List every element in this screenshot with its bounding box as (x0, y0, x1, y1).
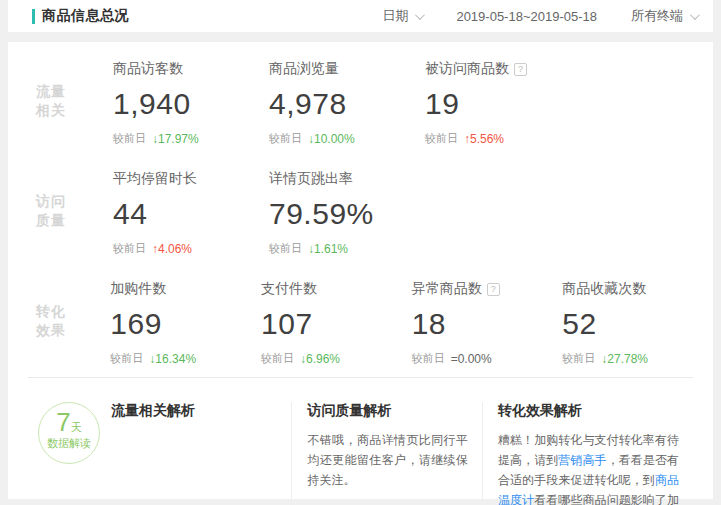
compare-label: 较前日 (113, 241, 146, 256)
title-wrap: 商品信息总况 (32, 7, 129, 25)
equals-icon: = (451, 352, 458, 366)
compare-label: 较前日 (110, 351, 143, 366)
overview-card: 流量 相关 商品访客数 1,940 较前日 ↓17.97% 商品浏览量 4,97… (8, 42, 713, 499)
metric-name: 商品收藏次数 (562, 280, 646, 298)
section-label-conversion: 转化 效果 (36, 280, 110, 372)
compare-label: 较前日 (412, 351, 445, 366)
metrics-row-visit-quality: 访问 质量 平均停留时长 44 较前日 ↑4.06% 详情页跳出率 79.59%… (8, 152, 713, 262)
compare-label: 较前日 (269, 131, 302, 146)
section-label-line: 相关 (36, 101, 113, 120)
metrics-row-traffic: 流量 相关 商品访客数 1,940 较前日 ↓17.97% 商品浏览量 4,97… (8, 42, 713, 152)
change-value: ↓10.00% (308, 132, 355, 146)
metric-name: 被访问商品数 (425, 60, 509, 78)
compare-label: 较前日 (269, 241, 302, 256)
metric-value: 52 (562, 307, 713, 341)
metric-value: 107 (261, 307, 412, 341)
badge-subtitle: 数据解读 (39, 436, 99, 451)
metric-value: 4,978 (269, 87, 425, 121)
page-frame: 商品信息总况 日期 2019-05-18~2019-05-18 所有终端 流量 … (8, 0, 713, 499)
metric-avg-stay-duration: 平均停留时长 44 较前日 ↑4.06% (113, 170, 269, 262)
metric-name: 商品访客数 (113, 60, 183, 78)
metric-paid-items: 支付件数 107 较前日 ↓6.96% (261, 280, 412, 372)
date-mode-label: 日期 (382, 7, 408, 25)
metric-name: 商品浏览量 (269, 60, 339, 78)
insight-title: 流量相关解析 (111, 402, 277, 420)
metric-product-pageviews: 商品浏览量 4,978 较前日 ↓10.00% (269, 60, 425, 152)
section-label-line: 转化 (36, 302, 110, 321)
metric-detail-bounce-rate: 详情页跳出率 79.59% 较前日 ↓1.61% (269, 170, 425, 262)
badge-wrap: 7天 数据解读 (36, 402, 111, 505)
change-value: ↓1.61% (308, 242, 348, 256)
compare-label: 较前日 (562, 351, 595, 366)
metric-value: 44 (113, 197, 269, 231)
change-value: ↓6.96% (300, 352, 340, 366)
metric-visited-products: 被访问商品数 ? 19 较前日 ↑5.56% (425, 60, 581, 152)
change-value: ↑5.56% (464, 132, 504, 146)
metric-add-to-cart: 加购件数 169 较前日 ↓16.34% (110, 280, 261, 372)
metric-value: 19 (425, 87, 581, 121)
date-range-picker[interactable]: 2019-05-18~2019-05-18 (456, 9, 597, 24)
marketing-master-link[interactable]: 营销高手 (558, 453, 606, 467)
header-bar: 商品信息总况 日期 2019-05-18~2019-05-18 所有终端 (8, 0, 713, 32)
metric-name: 异常商品数 (412, 280, 482, 298)
terminal-filter-label: 所有终端 (631, 7, 683, 25)
compare-label: 较前日 (261, 351, 294, 366)
terminal-filter-dropdown[interactable]: 所有终端 (631, 7, 697, 25)
insight-body: 不错哦，商品详情页比同行平均还更能留住客户，请继续保持关注。 (307, 430, 468, 490)
header-controls: 日期 2019-05-18~2019-05-18 所有终端 (382, 7, 697, 25)
section-label-visit-quality: 访问 质量 (36, 170, 113, 262)
metric-value: 79.59% (269, 197, 425, 231)
metric-name: 加购件数 (110, 280, 166, 298)
insight-body: 糟糕！加购转化与支付转化率有待提高，请到营销高手，看看是否有合适的手段来促进转化… (498, 430, 679, 505)
insight-conversion: 转化效果解析 糟糕！加购转化与支付转化率有待提高，请到营销高手，看看是否有合适的… (482, 402, 693, 505)
chevron-down-icon (415, 10, 425, 20)
insight-title: 访问质量解析 (307, 402, 468, 420)
title-accent-bar (32, 9, 35, 24)
metric-abnormal-products: 异常商品数 ? 18 较前日 =0.00% (412, 280, 563, 372)
section-label-traffic: 流量 相关 (36, 60, 113, 152)
page-title: 商品信息总况 (42, 7, 129, 25)
compare-label: 较前日 (425, 131, 458, 146)
metric-product-visitors: 商品访客数 1,940 较前日 ↓17.97% (113, 60, 269, 152)
help-icon[interactable]: ? (487, 283, 500, 296)
date-mode-dropdown[interactable]: 日期 (382, 7, 422, 25)
badge-number: 7 (56, 409, 70, 435)
compare-label: 较前日 (113, 131, 146, 146)
change-value: ↓27.78% (601, 352, 648, 366)
metric-name: 详情页跳出率 (269, 170, 353, 188)
change-value: ↓17.97% (152, 132, 199, 146)
insight-title: 转化效果解析 (498, 402, 679, 420)
section-label-line: 流量 (36, 82, 113, 101)
badge-unit: 天 (71, 421, 82, 433)
metric-name: 支付件数 (261, 280, 317, 298)
section-label-line: 效果 (36, 321, 110, 340)
insight-visit-quality: 访问质量解析 不错哦，商品详情页比同行平均还更能留住客户，请继续保持关注。 (291, 402, 482, 505)
insight-traffic: 流量相关解析 (111, 402, 291, 505)
metrics-row-conversion: 转化 效果 加购件数 169 较前日 ↓16.34% 支付件数 107 较前日 … (8, 262, 713, 372)
change-value: ↓16.34% (149, 352, 196, 366)
section-label-line: 访问 (36, 192, 113, 211)
metric-value: 169 (110, 307, 261, 341)
chevron-down-icon (690, 10, 700, 20)
change-value: =0.00% (451, 352, 492, 366)
change-value: ↑4.06% (152, 242, 192, 256)
help-icon[interactable]: ? (514, 63, 527, 76)
insights-section: 7天 数据解读 流量相关解析 访问质量解析 不错哦，商品详情页比同行平均还更能留… (28, 377, 693, 505)
metric-name: 平均停留时长 (113, 170, 197, 188)
metric-product-favorites: 商品收藏次数 52 较前日 ↓27.78% (562, 280, 713, 372)
metric-value: 18 (412, 307, 563, 341)
section-label-line: 质量 (36, 211, 113, 230)
seven-day-badge: 7天 数据解读 (38, 402, 100, 464)
metric-value: 1,940 (113, 87, 269, 121)
